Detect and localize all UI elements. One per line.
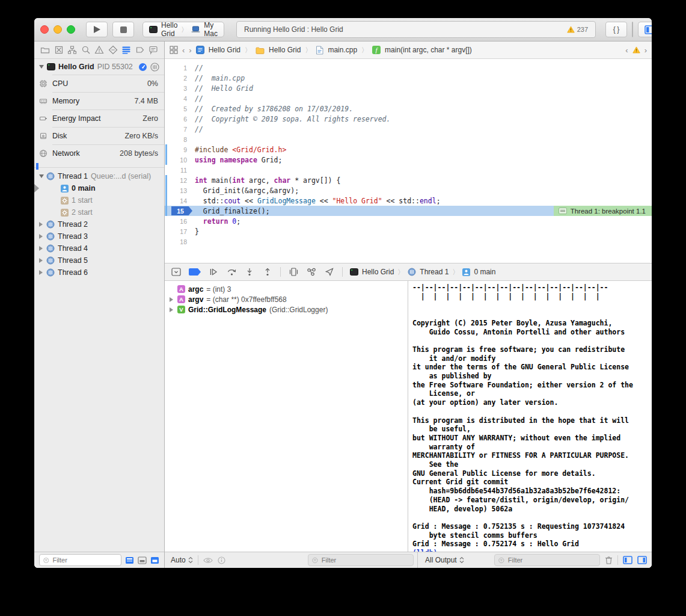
step-out-icon[interactable] (262, 266, 273, 277)
line-gutter[interactable]: 14 (165, 196, 192, 206)
memory-graph-icon[interactable] (306, 266, 317, 277)
warning-counter[interactable]: 237 (567, 26, 588, 33)
breadcrumb-label[interactable]: Hello Grid (209, 46, 240, 54)
variables-filter-field[interactable] (308, 554, 414, 566)
standard-editor-button[interactable] (632, 22, 633, 37)
code-line[interactable]: 7// (165, 124, 652, 134)
breadcrumb-label[interactable]: main.cpp (328, 46, 357, 54)
navigator-tab-symbol-navigator[interactable] (67, 45, 78, 55)
stack-frame-row[interactable]: 2 start (34, 206, 164, 218)
gauge-row-cpu[interactable]: CPU0% (34, 75, 164, 92)
line-gutter[interactable]: 16 (165, 216, 192, 226)
back-icon[interactable]: ‹ (182, 46, 185, 55)
code-line[interactable]: 1// (165, 63, 652, 73)
continue-icon[interactable] (208, 266, 219, 277)
navigator-tab-source-control-navigator[interactable] (54, 45, 64, 55)
library-button[interactable]: { } (605, 22, 627, 37)
line-gutter[interactable]: 2 (165, 73, 192, 83)
breadcrumb-label[interactable]: Hello Grid (362, 268, 394, 276)
info-icon[interactable] (218, 556, 225, 564)
stacked-view-icon[interactable] (150, 556, 159, 564)
thread-row[interactable]: Thread 5 (34, 254, 164, 266)
disclosure-closed-icon[interactable] (39, 270, 43, 275)
thread-row[interactable]: Thread 1Queue:...d (serial) (34, 170, 164, 182)
thread-row[interactable]: Thread 3 (34, 230, 164, 242)
simulate-location-icon[interactable] (324, 266, 335, 277)
related-items-icon[interactable] (170, 46, 178, 54)
zoom-window-button[interactable] (67, 25, 75, 34)
run-button[interactable] (86, 22, 108, 37)
code-line[interactable]: 3// Hello Grid (165, 83, 652, 93)
stack-frame-row[interactable]: 1 start (34, 194, 164, 206)
gauge-row-disk[interactable]: DiskZero KB/s (34, 127, 164, 144)
toggle-console-pane-icon[interactable] (637, 556, 647, 564)
variable-row[interactable]: Aargc= (int) 3 (165, 284, 408, 294)
gauges-view-icon[interactable] (138, 63, 147, 72)
code-line[interactable]: 10using namespace Grid; (165, 155, 652, 165)
code-line[interactable]: 6// Copyright © 2019 sopa. All rights re… (165, 114, 652, 124)
previous-issue-icon[interactable]: ‹ (625, 46, 628, 55)
disclosure-open-icon[interactable] (39, 65, 44, 69)
navigator-tab-test-navigator[interactable] (108, 45, 118, 55)
thread-row[interactable]: Thread 2 (34, 218, 164, 230)
line-gutter[interactable]: 7 (165, 124, 192, 134)
scheme-selector[interactable]: Hello Grid 〉 My Mac (142, 22, 224, 37)
step-into-icon[interactable] (244, 266, 255, 277)
console-view[interactable]: --|--|--|--|--|--|--|--|--|--|--|--|--|-… (408, 281, 652, 552)
breakpoints-toggle-icon[interactable] (189, 268, 201, 276)
line-gutter[interactable]: 4 (165, 93, 192, 103)
line-gutter[interactable]: 10 (165, 155, 192, 165)
trash-icon[interactable] (605, 556, 613, 564)
disclosure-closed-icon[interactable] (39, 234, 43, 239)
view-options-icon[interactable] (150, 63, 159, 72)
code-line[interactable]: 15 Grid_finalize();Thread 1: breakpoint … (165, 206, 652, 216)
disclosure-closed-icon[interactable] (39, 246, 43, 251)
code-line[interactable]: 11 (165, 165, 652, 175)
code-line[interactable]: 4// (165, 93, 652, 103)
line-gutter[interactable]: 18 (165, 236, 192, 247)
toggle-navigator-button[interactable] (638, 22, 652, 37)
debug-view-hierarchy-icon[interactable] (288, 266, 299, 277)
next-issue-icon[interactable]: › (645, 46, 647, 55)
navigator-tab-report-navigator[interactable] (148, 45, 159, 55)
code-line[interactable]: 18 (165, 236, 652, 247)
console-filter-input[interactable] (507, 556, 596, 564)
gauge-row-energy-impact[interactable]: Energy ImpactZero (34, 109, 164, 127)
breadcrumb-label[interactable]: Hello Grid (269, 46, 301, 54)
stack-frame-row[interactable]: 0 main (34, 182, 164, 194)
variable-row[interactable]: VGrid::GridLogMessage(Grid::GridLogger) (165, 304, 408, 315)
breadcrumb-label[interactable]: Thread 1 (420, 268, 449, 276)
process-row[interactable]: Hello Grid PID 55302 (34, 59, 164, 75)
line-gutter[interactable]: 17 (165, 226, 192, 236)
variables-scope-popup[interactable]: Auto (171, 556, 193, 564)
line-gutter[interactable]: 8 (165, 134, 192, 144)
code-editor[interactable]: 1//2// main.cpp3// Hello Grid4//5// Crea… (165, 59, 652, 263)
disclosure-closed-icon[interactable] (39, 222, 43, 227)
filter-running-icon[interactable] (125, 556, 134, 564)
code-line[interactable]: 5// Created by s1786208 on 17/03/2019. (165, 103, 652, 114)
code-line[interactable]: 9#include <Grid/Grid.h> (165, 144, 652, 155)
toggle-variables-pane-icon[interactable] (623, 556, 632, 564)
close-window-button[interactable] (40, 25, 49, 34)
hide-debug-area-icon[interactable] (171, 266, 182, 277)
navigator-tab-debug-navigator[interactable] (121, 45, 132, 55)
code-line[interactable]: 13 Grid_init(&argc,&argv); (165, 185, 652, 196)
navigator-filter-input[interactable] (51, 556, 117, 564)
variables-view[interactable]: Aargc= (int) 3Aargv= (char **) 0x7ffeefb… (165, 281, 408, 552)
navigator-tab-breakpoint-navigator[interactable] (135, 45, 145, 55)
navigator-tab-find-navigator[interactable] (81, 45, 91, 55)
variables-filter-input[interactable] (320, 556, 409, 564)
code-line[interactable]: 14 std::cout << GridLogMessage << "Hello… (165, 196, 652, 206)
disclosure-open-icon[interactable] (39, 174, 44, 178)
code-line[interactable]: 16 return 0; (165, 216, 652, 226)
breadcrumb-label[interactable]: 0 main (474, 268, 495, 276)
gauge-row-network[interactable]: Network208 bytes/s (34, 144, 164, 162)
line-gutter[interactable]: 13 (165, 185, 192, 196)
navigator-tab-issue-navigator[interactable] (94, 45, 105, 55)
thread-row[interactable]: Thread 4 (34, 242, 164, 254)
line-gutter[interactable]: 1 (165, 63, 192, 73)
forward-icon[interactable]: › (189, 46, 191, 55)
flat-view-icon[interactable] (138, 556, 147, 564)
line-gutter[interactable]: 5 (165, 103, 192, 114)
console-filter-field[interactable] (494, 554, 600, 566)
